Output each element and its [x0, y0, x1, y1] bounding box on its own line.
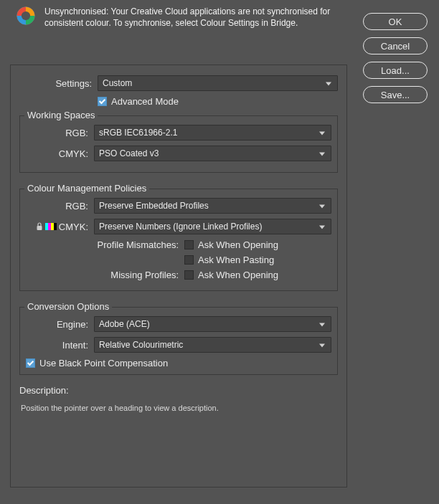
cmyk-swatch-icon — [45, 223, 57, 230]
settings-panel: Settings: Custom Advanced Mode Working S… — [10, 65, 347, 488]
mismatch-ask-opening-checkbox[interactable] — [184, 240, 194, 249]
missing-ask-opening-label[interactable]: Ask When Opening — [198, 270, 278, 280]
working-spaces-title: Working Spaces — [24, 110, 98, 120]
load-button[interactable]: Load... — [363, 62, 428, 79]
black-point-label[interactable]: Use Black Point Compensation — [39, 358, 168, 369]
conversion-title: Conversion Options — [24, 301, 112, 312]
mismatch-ask-pasting-checkbox[interactable] — [184, 255, 194, 265]
intent-select[interactable]: Relative Colourimetric — [94, 337, 331, 353]
description-title: Description: — [19, 385, 338, 396]
profile-mismatches-label: Profile Mismatches: — [26, 239, 184, 250]
intent-label: Intent: — [26, 340, 94, 351]
settings-value: Custom — [103, 78, 132, 88]
black-point-checkbox[interactable] — [26, 358, 35, 368]
ok-button[interactable]: OK — [363, 13, 428, 30]
ws-rgb-label: RGB: — [26, 128, 94, 138]
pol-rgb-label: RGB: — [26, 201, 94, 211]
ws-cmyk-value: PSO Coated v3 — [99, 148, 159, 158]
description-block: Description: Position the pointer over a… — [19, 385, 338, 450]
svg-rect-2 — [37, 226, 42, 230]
mismatch-ask-pasting-label[interactable]: Ask When Pasting — [198, 255, 274, 265]
conversion-group: Conversion Options Engine: Adobe (ACE) I… — [19, 307, 338, 375]
engine-select[interactable]: Adobe (ACE) — [94, 316, 331, 332]
mismatch-ask-opening-label[interactable]: Ask When Opening — [198, 239, 278, 250]
sync-warning-text: Unsynchronised: Your Creative Cloud appl… — [44, 6, 353, 29]
advanced-mode-label[interactable]: Advanced Mode — [111, 96, 179, 107]
engine-value: Adobe (ACE) — [99, 319, 150, 329]
pol-cmyk-select[interactable]: Preserve Numbers (Ignore Linked Profiles… — [94, 219, 331, 234]
ws-rgb-select[interactable]: sRGB IEC61966-2.1 — [94, 125, 331, 141]
save-button[interactable]: Save... — [363, 86, 428, 103]
settings-label: Settings: — [19, 78, 98, 89]
missing-ask-opening-checkbox[interactable] — [184, 270, 194, 280]
cancel-button[interactable]: Cancel — [363, 37, 428, 54]
missing-profiles-label: Missing Profiles: — [26, 270, 184, 280]
settings-select[interactable]: Custom — [98, 75, 338, 91]
ws-rgb-value: sRGB IEC61966-2.1 — [99, 128, 177, 138]
lock-icon — [36, 222, 43, 231]
creative-cloud-icon — [16, 6, 36, 26]
pol-rgb-select[interactable]: Preserve Embedded Profiles — [94, 198, 331, 214]
description-text: Position the pointer over a heading to v… — [19, 400, 338, 450]
ws-cmyk-select[interactable]: PSO Coated v3 — [94, 146, 331, 161]
working-spaces-group: Working Spaces RGB: sRGB IEC61966-2.1 CM… — [19, 115, 338, 173]
policies-title: Colour Management Policies — [24, 183, 149, 194]
pol-cmyk-value: Preserve Numbers (Ignore Linked Profiles… — [99, 222, 262, 232]
ws-cmyk-label: CMYK: — [26, 148, 94, 159]
engine-label: Engine: — [26, 319, 94, 330]
svg-point-1 — [22, 11, 30, 20]
dialog-buttons: OK Cancel Load... Save... — [363, 13, 428, 103]
pol-cmyk-label: CMYK: — [59, 222, 88, 232]
policies-group: Colour Management Policies RGB: Preserve… — [19, 189, 338, 291]
pol-rgb-value: Preserve Embedded Profiles — [99, 201, 209, 211]
intent-value: Relative Colourimetric — [99, 340, 183, 350]
advanced-mode-checkbox[interactable] — [98, 97, 107, 106]
sync-warning: Unsynchronised: Your Creative Cloud appl… — [16, 6, 353, 29]
